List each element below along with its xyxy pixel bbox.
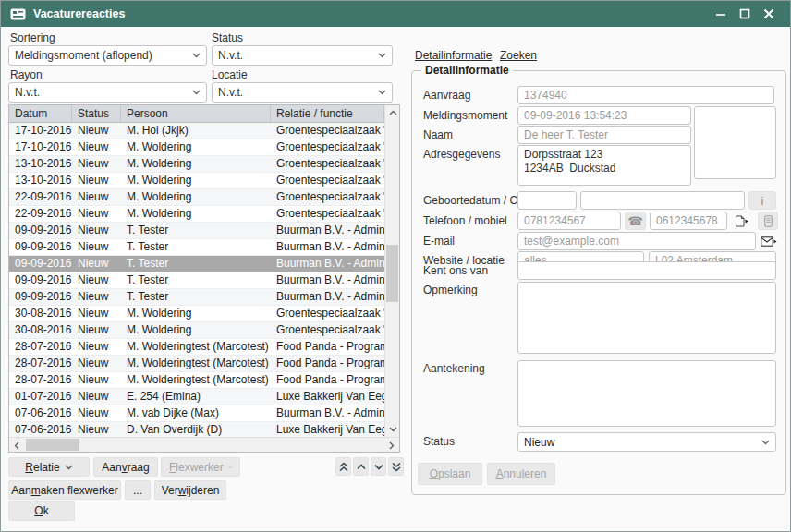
ok-button[interactable]: Ok [8,501,75,521]
table-cell: Food Panda - Program... [271,356,384,371]
minimize-button[interactable] [709,5,733,23]
next-record-button[interactable] [371,457,386,476]
aanvraag-input[interactable] [517,86,774,104]
vertical-scrollbar[interactable] [384,105,399,437]
horizontal-scroll-thumb[interactable] [26,439,79,451]
mobile-phone-icon [764,215,773,227]
horizontal-scroll-track[interactable] [24,438,384,452]
more-options-button-label: ... [133,484,142,497]
cv-input[interactable] [580,191,745,210]
last-record-button[interactable] [388,457,404,476]
relatie-button[interactable]: Relatie [8,457,90,477]
table-row[interactable]: 17-10-2016NieuwM. Hoi (Jkjk)Groentespeci… [9,123,384,139]
vertical-scroll-track[interactable] [385,120,399,422]
meldingsmoment-input[interactable] [517,106,691,125]
rayon-label: Rayon [10,68,43,81]
table-row[interactable]: 01-07-2016NieuwE. 254 (Emina)Luxe Bakker… [9,389,384,405]
geboortedatum-input[interactable] [517,191,577,210]
double-chevron-down-icon [392,462,401,472]
first-record-button[interactable] [335,457,351,476]
table-row[interactable]: 13-10-2016NieuwM. WolderingGroentespecia… [9,173,384,189]
table-row[interactable]: 09-09-2016NieuwT. TesterBuurman B.V. - A… [9,256,384,272]
scroll-right-icon[interactable] [384,438,399,453]
tab-detailinformatie[interactable]: Detailinformatie [415,49,492,62]
naam-input[interactable] [517,126,691,144]
table-row[interactable]: 17-10-2016NieuwM. WolderingGroentespecia… [9,139,384,156]
table-row[interactable]: 22-09-2016NieuwM. WolderingGroentespecia… [9,189,384,206]
table-cell: Nieuw [72,223,121,238]
send-email-button[interactable] [758,232,780,250]
column-header-datum[interactable]: Datum [9,105,72,122]
previous-record-button[interactable] [353,457,369,476]
telefoon-input[interactable] [517,212,621,230]
email-field-label: E-mail [423,235,455,248]
sortering-select[interactable]: Meldingsmoment (aflopend) [8,45,207,66]
aanmaken-flexwerker-button[interactable]: Aanmaken flexwerker [8,480,121,500]
cv-info-button[interactable]: i [748,191,776,210]
window-title: Vacaturereacties [33,7,709,20]
more-options-button[interactable]: ... [125,480,151,500]
table-row[interactable]: 28-07-2016NieuwM. Wolderingtest (Marcote… [9,356,384,372]
table-row[interactable]: 28-07-2016NieuwM. Wolderingtest (Marcote… [9,372,384,389]
flexwerker-button[interactable]: Flexwerker [161,457,240,477]
opmerking-textarea[interactable] [517,282,776,354]
table-cell: Nieuw [72,306,121,321]
table-row[interactable]: 09-09-2016NieuwT. TesterBuurman B.V. - A… [9,223,384,239]
opslaan-button[interactable]: Opslaan [418,463,482,485]
email-input[interactable] [517,232,756,250]
horizontal-scrollbar[interactable] [9,437,399,452]
kent-ons-van-input[interactable] [517,261,776,280]
table-row[interactable]: 09-09-2016NieuwT. TesterBuurman B.V. - A… [9,289,384,306]
locatie-select[interactable]: N.v.t. [212,82,393,103]
table-cell: Food Panda - Program... [271,372,384,388]
table-body: 17-10-2016NieuwM. Hoi (Jkjk)Groentespeci… [9,123,384,437]
table-cell: 07-06-2016 [9,405,72,421]
table-cell: 09-09-2016 [9,256,72,272]
table-cell: Nieuw [72,272,121,288]
status-filter-select[interactable]: N.v.t. [212,45,393,66]
adresgegevens-textarea[interactable]: Dorpsstraat 123 1234AB Duckstad [517,145,691,186]
rayon-select[interactable]: N.v.t. [8,82,207,103]
close-button[interactable] [757,5,781,23]
mobiel-input[interactable] [650,212,727,230]
column-header-relatie[interactable]: Relatie / functie [271,105,384,122]
table-cell: 13-10-2016 [9,173,72,188]
table-row[interactable]: 07-06-2016NieuwM. vab Dijke (Max)Buurman… [9,405,384,422]
table-cell: Luxe Bakkerij Van Eegh... [271,389,384,405]
scroll-up-icon[interactable] [385,105,400,120]
vertical-scroll-thumb[interactable] [386,245,398,302]
phone-icon: ☎ [627,215,642,227]
scroll-down-icon[interactable] [385,422,400,437]
table-row[interactable]: 30-08-2016NieuwM. WolderingGroentespecia… [9,322,384,339]
call-phone-button[interactable]: ☎ [625,212,646,230]
table-cell: Nieuw [72,256,121,272]
scroll-left-icon[interactable] [9,438,24,453]
double-chevron-up-icon [339,462,348,472]
aantekening-field-label: Aantekening [423,362,485,375]
aanvraag-button-label: Aanvraag [102,461,149,474]
table-row[interactable]: 22-09-2016NieuwM. WolderingGroentespecia… [9,206,384,223]
tab-zoeken[interactable]: Zoeken [500,49,537,62]
ok-button-label: Ok [34,504,48,517]
table-row[interactable]: 30-08-2016NieuwM. WolderingGroentespecia… [9,306,384,322]
table-row[interactable]: 13-10-2016NieuwM. WolderingGroentespecia… [9,156,384,173]
status-select[interactable]: Nieuw [517,432,776,452]
detail-groupbox-legend: Detailinformatie [421,64,513,77]
table-row[interactable]: 09-09-2016NieuwT. TesterBuurman B.V. - A… [9,239,384,256]
column-header-persoon[interactable]: Persoon [121,105,271,122]
annuleren-button[interactable]: Annuleren [487,463,555,485]
maximize-button[interactable] [733,5,757,23]
table-cell: Groentespeciaalzaak "... [271,156,384,172]
table-header: Datum Status Persoon Relatie / functie [9,105,384,123]
table-row[interactable]: 28-07-2016NieuwM. Wolderingtest (Marcote… [9,339,384,356]
table-row[interactable]: 07-06-2016NieuwD. Van Overdijk (D)Luxe B… [9,422,384,437]
column-header-status[interactable]: Status [72,105,121,122]
verwijderen-button[interactable]: Verwijderen [154,480,226,500]
call-mobile-button[interactable] [758,212,778,230]
rayon-value: N.v.t. [15,86,189,99]
aanvraag-button[interactable]: Aanvraag [93,457,158,477]
table-row[interactable]: 09-09-2016NieuwT. TesterBuurman B.V. - A… [9,272,384,289]
annuleren-button-label: Annuleren [496,467,547,480]
open-document-button[interactable] [732,212,752,230]
aantekening-textarea[interactable] [517,360,776,427]
